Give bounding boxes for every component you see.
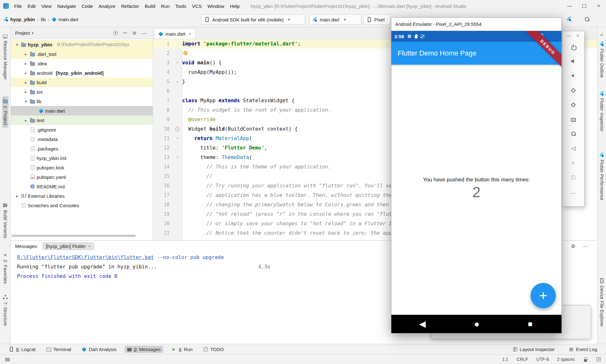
emulator-screen[interactable]: 2:58 ⚙ Flutter Demo Home Page DEBUG You …	[391, 31, 561, 333]
android-overview-button[interactable]: ■	[528, 320, 532, 328]
emulator-volume-down-button[interactable]	[568, 68, 579, 83]
tool-button-device-file-explorer[interactable]: Device File Explorer	[599, 276, 605, 329]
tree-row-build[interactable]: ▸build	[11, 78, 153, 87]
menu-refactor[interactable]: Refactor	[118, 2, 142, 10]
tree-caret-icon[interactable]: ▸	[23, 80, 28, 85]
line-separator[interactable]: CRLF	[517, 357, 528, 362]
menu-window[interactable]: Window	[205, 2, 227, 10]
tool-button-resource-manager[interactable]: Resource Manager	[2, 32, 9, 82]
tool-button-flutter-outline[interactable]: Flutter Outline	[599, 39, 605, 80]
tree-row-ios[interactable]: ▸ios	[11, 87, 153, 97]
increment-fab[interactable]: +	[531, 283, 556, 308]
minimize-button[interactable]: —	[562, 0, 577, 12]
menu-tools[interactable]: Tools	[172, 2, 189, 10]
tree-row-metadata[interactable]: .metadata	[11, 134, 153, 144]
gear-icon[interactable]: ⚙	[571, 244, 576, 249]
toolwindow-4-run[interactable]: ▶4: Run	[169, 346, 195, 353]
messages-tab-flutter[interactable]: [hyzp_yibin] Flutter ×	[43, 242, 94, 250]
toolwindow-6-logcat[interactable]: 6: Logcat	[6, 346, 38, 353]
toolwindow-layout-inspector[interactable]: Layout Inspector	[510, 346, 557, 353]
menu-analyze[interactable]: Analyze	[96, 2, 118, 10]
horizontal-scrollbar[interactable]	[11, 235, 136, 237]
indent-style[interactable]: 2 spaces	[557, 357, 575, 362]
emulator-power-button[interactable]	[568, 39, 579, 54]
menu-edit[interactable]: Edit	[25, 2, 39, 10]
menu-code[interactable]: Code	[79, 2, 96, 10]
emulator-back-button[interactable]: ◁	[568, 141, 579, 156]
tool-button-1-project[interactable]: 1: Project	[2, 96, 9, 128]
device-selector[interactable]: Android SDK built for x86 (mobile) ▾	[201, 15, 305, 25]
console-link[interactable]: R:\Flutter\FlutterSDK\flutter\bin\flutte…	[17, 254, 154, 260]
tree-row-lib[interactable]: ▾lib	[11, 97, 153, 106]
override-icon[interactable]: ↑	[175, 127, 180, 131]
menu-build[interactable]: Build	[142, 2, 158, 10]
gear-icon[interactable]: ⚙	[132, 31, 137, 36]
toolwindow-event-log[interactable]: Event Log	[567, 346, 600, 353]
tree-row-readme-md[interactable]: iREADME.md	[11, 182, 153, 191]
editor-tab-main-dart[interactable]: main.dart ×	[154, 28, 195, 39]
emulator-overview-button[interactable]: □	[568, 170, 579, 185]
hide-panel-icon[interactable]: —	[583, 244, 588, 249]
menu-vcs[interactable]: VCS	[189, 2, 205, 10]
emulator-minimize-button[interactable]: —	[567, 33, 572, 38]
tree-caret-icon[interactable]: ▸	[23, 90, 28, 94]
caret-position[interactable]: 1:1	[502, 357, 508, 362]
minus-icon[interactable]: —	[141, 31, 146, 36]
toolwindow-dart-analysis[interactable]: Dart Analysis	[79, 346, 119, 353]
menu-view[interactable]: View	[39, 2, 54, 10]
emulator-home-button[interactable]: ○	[568, 156, 579, 170]
tree-caret-icon[interactable]: ▸	[15, 194, 20, 198]
emulator-title-bar[interactable]: Android Emulator - Pixel_2_API_29:5554	[391, 18, 561, 31]
breadcrumb-lib[interactable]: lib	[41, 17, 46, 22]
tree-row-idea[interactable]: ▸.idea	[11, 59, 153, 68]
toolwindow-todo[interactable]: TODO	[201, 346, 226, 353]
android-back-button[interactable]: ◀	[419, 319, 426, 329]
tree-row-main-dart[interactable]: main.dart	[11, 106, 153, 115]
emulator-volume-up-button[interactable]	[568, 54, 579, 68]
tree-row-dart-tool[interactable]: ▸.dart_tool	[11, 49, 153, 59]
emulator-more-button[interactable]: …	[568, 185, 579, 199]
tool-button-flutter-performance[interactable]: Flutter Performance	[599, 150, 605, 203]
menu-navigate[interactable]: Navigate	[54, 2, 79, 10]
tree-row-hyzp-yibin[interactable]: ▾hyzp_yibinR:\FlutterProject\FlutterProj…	[11, 40, 153, 49]
indicator-icon[interactable]	[597, 357, 601, 361]
target-icon[interactable]	[113, 31, 118, 35]
encoding[interactable]: UTF-8	[536, 357, 549, 362]
tree-caret-icon[interactable]: ▸	[23, 118, 28, 123]
emulator-target-button[interactable]: Pixel	[363, 15, 390, 25]
emulator-rotate-left-button[interactable]	[568, 83, 579, 97]
tool-button-flutter-inspector[interactable]: Flutter Inspector	[599, 89, 605, 134]
close-button[interactable]: ×	[591, 0, 606, 12]
emulator-screenshot-button[interactable]	[568, 112, 579, 126]
tree-caret-icon[interactable]: ▾	[15, 42, 20, 47]
run-config-selector[interactable]: main.dart ▾	[309, 15, 361, 25]
tree-caret-icon[interactable]: ▸	[23, 52, 28, 56]
tree-row-packages[interactable]: .packages	[11, 144, 153, 153]
tree-row-scratches-and-consoles[interactable]: Scratches and Consoles	[11, 201, 153, 210]
tree-caret-icon[interactable]: ▸	[23, 61, 28, 66]
collapse-icon[interactable]	[122, 31, 128, 36]
menu-run[interactable]: Run	[158, 2, 173, 10]
tree-caret-icon[interactable]: ▾	[23, 99, 28, 104]
tree-row-pubspec-lock[interactable]: pubspec.lock	[11, 163, 153, 172]
intention-bulb-icon[interactable]	[183, 51, 187, 55]
menu-file[interactable]: File	[11, 2, 25, 10]
project-panel-title[interactable]: Project	[15, 30, 30, 36]
lock-icon[interactable]	[584, 359, 587, 362]
toolwindow-terminal[interactable]: Terminal	[44, 346, 74, 353]
tree-row-pubspec-yaml[interactable]: pubspec.yaml	[11, 172, 153, 182]
tree-caret-icon[interactable]: ▸	[23, 71, 28, 75]
tool-button-2-favorites[interactable]: ★2: Favorites	[2, 250, 9, 286]
maximize-button[interactable]	[577, 0, 591, 12]
tree-row-external-libraries[interactable]: ▸External Libraries	[11, 191, 153, 201]
tree-row-gitignore[interactable]: .gitignore	[11, 125, 153, 134]
tool-button-build-variants[interactable]: Build Variants	[2, 200, 9, 241]
tree-row-test[interactable]: ▸test	[11, 115, 153, 125]
emulator-rotate-right-button[interactable]	[568, 97, 579, 112]
flutter-attach-icon[interactable]	[567, 17, 571, 21]
tool-button-7-structure[interactable]: 7: Structure	[2, 292, 9, 328]
tree-row-hyzp-yibin-iml[interactable]: hyzp_yibin.iml	[11, 153, 153, 163]
toolwindow-0-messages[interactable]: 0: Messages	[125, 346, 163, 353]
toolwindow-switcher-icon[interactable]	[5, 358, 10, 361]
emulator-zoom-button[interactable]	[568, 126, 579, 141]
